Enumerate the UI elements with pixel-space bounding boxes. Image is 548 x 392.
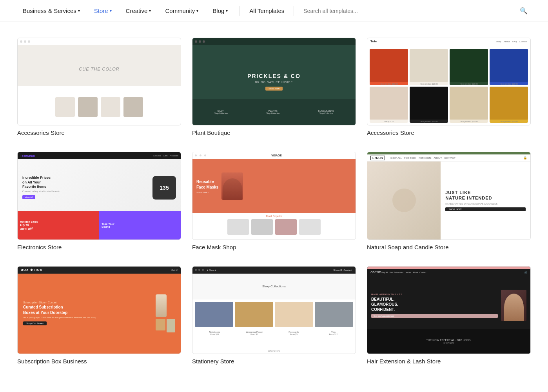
chevron-down-icon: ▾: [149, 9, 151, 13]
nav-label-store: Store: [94, 7, 108, 14]
chevron-down-icon: ▾: [78, 9, 80, 13]
template-thumbnail-tote: Tote Shop About FAQ Contact I'm a produc…: [367, 38, 531, 125]
nav-all-templates[interactable]: All Templates: [245, 7, 289, 14]
chevron-down-icon: ▾: [110, 9, 112, 13]
template-card-electronics[interactable]: TechShad Search Cart Account Incredible …: [17, 152, 181, 250]
nav-item-blog[interactable]: Blog ▾: [205, 0, 235, 22]
nav-label-business: Business & Services: [23, 7, 76, 14]
search-input[interactable]: [303, 8, 517, 14]
nav-item-business-services[interactable]: Business & Services ▾: [16, 0, 87, 22]
template-thumbnail-facemask: VISAGE ReusableFace Masks Shop Now › Mos…: [192, 152, 356, 240]
main-nav: Business & Services ▾ Store ▾ Creative ▾…: [0, 0, 548, 22]
chevron-down-icon: ▾: [196, 9, 198, 13]
template-thumbnail-soap: FRAIS SHOP ALL FOR BODY FOR HOME ABOUT C…: [367, 152, 531, 240]
template-label: Hair Extension & Lash Store: [367, 358, 531, 365]
template-card-tote[interactable]: Tote Shop About FAQ Contact I'm a produc…: [367, 38, 531, 136]
template-label: Electronics Store: [17, 244, 181, 250]
nav-label-community: Community: [165, 7, 195, 14]
template-label: Accessories Store: [367, 129, 531, 136]
template-thumbnail-accessories-1: CUE THE COLOR: [17, 38, 181, 125]
nav-label-blog: Blog: [212, 7, 224, 14]
template-label: Face Mask Shop: [192, 244, 356, 250]
templates-grid: CUE THE COLOR Accessories Store PRICKLES…: [0, 22, 548, 380]
template-card-soap[interactable]: FRAIS SHOP ALL FOR BODY FOR HOME ABOUT C…: [367, 152, 531, 250]
nav-divider-2: [294, 6, 294, 16]
template-thumbnail-subscription: BOX ⊕ HOX Get it! Subscription Store · C…: [17, 266, 181, 354]
nav-label-creative: Creative: [126, 7, 148, 14]
search-icon[interactable]: 🔍: [520, 7, 528, 15]
nav-divider: [240, 6, 240, 16]
nav-item-store[interactable]: Store ▾: [87, 0, 119, 22]
template-card-facemask[interactable]: VISAGE ReusableFace Masks Shop Now › Mos…: [192, 152, 356, 250]
template-thumbnail-hair: DIVINE Shop All Hair Extensions Lashes A…: [367, 266, 531, 354]
template-label: Plant Boutique: [192, 129, 356, 136]
template-thumbnail-stationery: ♦ Shop ♦ Shop All Contact Shop Collectio…: [192, 266, 356, 354]
template-card-hair[interactable]: DIVINE Shop All Hair Extensions Lashes A…: [367, 266, 531, 365]
template-card-stationery[interactable]: ♦ Shop ♦ Shop All Contact Shop Collectio…: [192, 266, 356, 365]
template-label: Stationery Store: [192, 358, 356, 365]
template-label: Subscription Box Business: [17, 358, 181, 365]
template-card-subscription[interactable]: BOX ⊕ HOX Get it! Subscription Store · C…: [17, 266, 181, 365]
nav-item-creative[interactable]: Creative ▾: [119, 0, 158, 22]
template-card-accessories-1[interactable]: CUE THE COLOR Accessories Store: [17, 38, 181, 136]
template-thumbnail-plant: PRICKLES & CO BRING NATURE INSIDE Shop N…: [192, 38, 356, 125]
nav-item-community[interactable]: Community ▾: [158, 0, 205, 22]
template-card-plant[interactable]: PRICKLES & CO BRING NATURE INSIDE Shop N…: [192, 38, 356, 136]
template-label: Accessories Store: [17, 129, 181, 136]
template-thumbnail-electronics: TechShad Search Cart Account Incredible …: [17, 152, 181, 240]
chevron-down-icon: ▾: [226, 9, 228, 13]
search-area: 🔍: [299, 7, 532, 15]
template-label: Natural Soap and Candle Store: [367, 244, 531, 250]
